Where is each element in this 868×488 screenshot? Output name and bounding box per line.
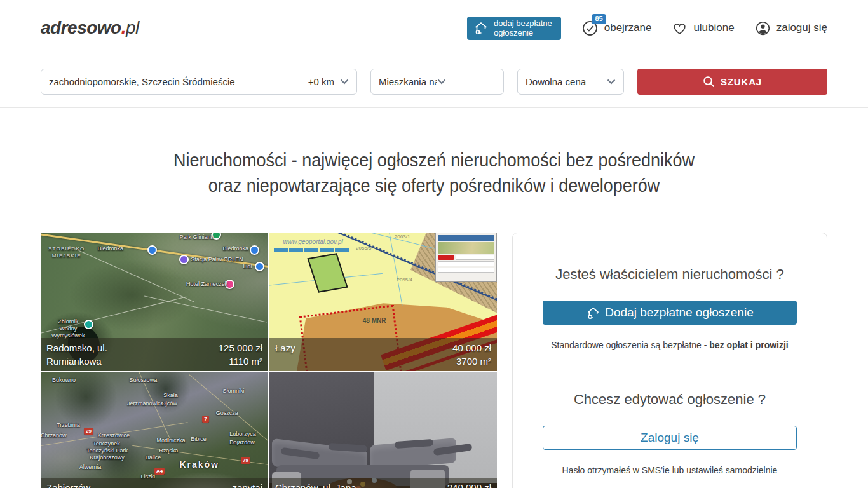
property-type-select[interactable]: Mieszkania na sprzedaż [370,69,504,95]
radius-select[interactable]: +0 km [308,76,349,87]
sidebar-divider [513,372,827,372]
logo-text: adresowo [41,18,121,38]
map-place-label: Zbiornik Wodny Wymysłówek [50,318,86,339]
listing-price-area: 125 000 zł 1110 m² [219,341,262,368]
listing-area: 3700 m² [456,356,491,367]
listing-card[interactable]: Chrzanów, ul. Jana 240 000 zł [269,372,497,488]
heart-icon [672,20,688,36]
listing-price-area: 240 000 zł [447,481,491,488]
listing-area: 1110 m² [229,356,262,367]
login-button-label: Zaloguj się [641,431,699,445]
zone-label: 48 MNR [363,317,386,324]
sms-password-note: Hasło otrzymałeś w SMS'ie lub ustawiłeś … [513,465,827,475]
map-place-label: Dojazdów [229,439,255,445]
add-free-listing-label: Dodaj bezpłatne ogłoszenie [605,306,753,320]
edit-heading: Chcesz edytować ogłoszenie ? [513,391,827,408]
poi-marker-shop [147,245,157,255]
magnifier-icon [703,76,715,88]
road-shield: 7 [202,416,208,423]
poi-marker-fuel [179,255,189,264]
listing-info-overlay: Łazy 40 000 zł 3700 m² [269,338,497,371]
road-shield: 29 [84,428,93,435]
geoportal-toolbar [274,248,349,252]
map-place-label: Bukowno [52,377,76,383]
listing-photo [269,372,497,488]
listing-info-overlay: Chrzanów, ul. Jana 240 000 zł [269,478,497,488]
parcel-number-label: 2055/4 [397,277,412,283]
map-place-label: Trzebinia [57,422,80,428]
page-title: Nieruchomości - najwięcej ogłoszeń nieru… [31,147,837,198]
house-plus-icon [586,306,600,320]
map-place-label: Jerzmanowice [127,400,164,407]
map-place-label: Biedronka [222,245,248,252]
search-button-label: SZUKAJ [721,76,762,87]
poi-marker-shop [250,245,259,255]
property-type-value: Mieszkania na sprzedaż [379,76,437,87]
viewed-count-badge: 85 [592,14,606,24]
map-place-label: Rząska [159,447,178,454]
login-link[interactable]: zaloguj się [755,20,827,36]
parcel-number-label: 2063/1 [395,234,410,240]
map-place-label: Alwernia [79,464,102,470]
map-place-label: Skała [163,392,178,398]
listings-grid: STOBIECKO MIEJSKIE Biedronka Park Glinia… [41,233,497,488]
favorites-label: ulubione [693,22,734,34]
map-place-label: Park Gliniank [179,234,214,240]
map-place-label: Luborzyca [229,431,256,437]
site-header: adresowo.pl dodaj bezpłatne ogłoszenie [0,0,868,56]
header-divider [0,107,868,108]
listing-price: 40 000 zł [452,342,491,353]
map-place-label: Bibice [191,436,207,442]
free-listing-note: Standardowe ogłoszenia są bezpłatne - be… [513,340,827,350]
map-place-label: Krzeszowice [98,432,130,438]
map-place-label: Lidl [243,263,252,269]
map-place-label: Balice [146,454,161,461]
add-listing-button[interactable]: dodaj bezpłatne ogłoszenie [467,17,561,40]
add-free-listing-button[interactable]: Dodaj bezpłatne ogłoszenie [543,301,797,325]
map-place-label: Goszcza [216,410,238,416]
radius-value: +0 km [308,76,334,87]
listing-card[interactable]: STOBIECKO MIEJSKIE Biedronka Park Glinia… [41,233,268,371]
listing-location: Zabierzów [46,481,151,488]
listing-price: zapytaj [232,482,262,488]
listing-location: Radomsko, ul. Rumiankowa [46,341,151,368]
owner-panel: Jesteś właścicielem nieruchomości ? Doda… [512,233,827,488]
search-bar: zachodniopomorskie, Szczecin Śródmieście… [41,69,827,95]
search-button[interactable]: SZUKAJ [637,69,827,95]
location-input[interactable]: zachodniopomorskie, Szczecin Śródmieście… [41,69,357,95]
price-select[interactable]: Dowolna cena [517,69,624,95]
listing-price-area: 40 000 zł 3700 m² [452,341,491,368]
listing-price: 125 000 zł [219,342,262,353]
listing-price: 240 000 zł [447,482,491,488]
login-button[interactable]: Zaloguj się [543,426,797,450]
listing-card[interactable]: Bukowno Sułoszowa Słomniki Skała Jerzman… [41,372,268,488]
road-shield: A4 [154,468,165,475]
map-city-label: Kraków [179,459,219,470]
location-value: zachodniopomorskie, Szczecin Śródmieście [49,76,235,87]
geoportal-minimap-panel [435,233,497,282]
poi-marker-shop [255,262,264,271]
map-place-label: Słomniki [222,388,244,394]
youtube-icon [438,255,454,260]
listing-map-image: Bukowno Sułoszowa Słomniki Skała Jerzman… [41,372,268,488]
geoportal-watermark: www.geoportal.gov.pl [283,238,342,245]
listing-location: Chrzanów, ul. Jana [275,481,380,488]
parcel-number-label: 2055/5 [356,245,371,251]
header-nav: dodaj bezpłatne ogłoszenie 85 obejrzane [467,17,827,40]
add-listing-label: dodaj bezpłatne ogłoszenie [494,18,552,37]
chevron-down-icon [340,79,349,85]
map-place-label: Tenczynek [93,440,120,447]
map-place-label: Modlniczka [157,437,186,444]
logo[interactable]: adresowo.pl [41,18,139,38]
map-place-label: STOBIECKO MIEJSKIE [48,245,86,259]
favorites-link[interactable]: ulubione [672,20,734,36]
highlighted-parcel [307,253,348,292]
login-label: zaloguj się [776,22,827,34]
map-place-label: Ojców [161,400,177,407]
map-place-label: Stacja Paliw ORLEN [191,256,243,262]
listing-card[interactable]: www.geoportal.gov.pl 2063/1 2055/5 2055/… [269,233,497,371]
viewed-link[interactable]: 85 obejrzane [581,20,652,37]
listing-info-overlay: Zabierzów zapytaj [41,478,268,488]
logo-tld: pl [126,18,139,38]
map-place-label: Hotel Zameczek [186,281,227,287]
